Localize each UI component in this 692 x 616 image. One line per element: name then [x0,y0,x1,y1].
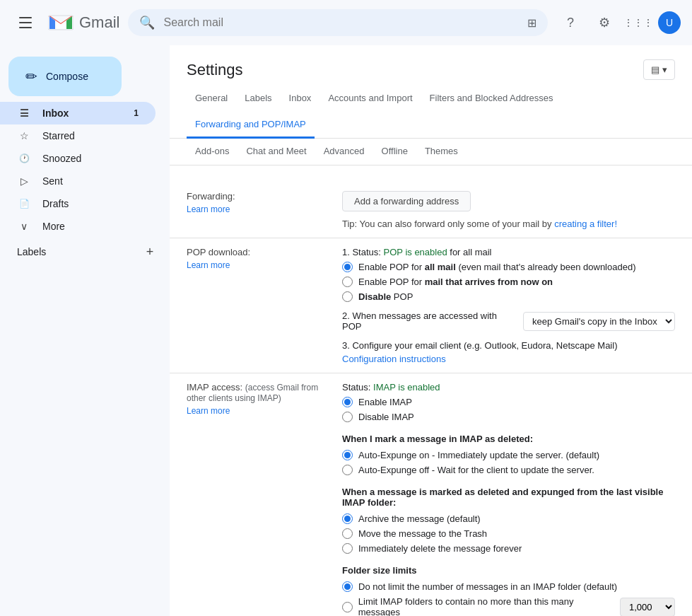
pop-all-mail-option[interactable]: Enable POP for all mail (even mail that'… [342,262,675,272]
imap-trash-radio[interactable] [342,528,353,539]
app-container: Gmail 🔍 ⊞ ? ⚙ ⋮⋮⋮ U ✏ Compose ☰ Inbox 1 [0,0,692,616]
gmail-logo-icon [48,13,74,32]
hamburger-icon [19,17,32,28]
imap-deleted-section: When I mark a message in IMAP as deleted… [342,434,675,475]
pop-status: 1. Status: POP is enabled for all mail [342,247,675,257]
add-label-button[interactable]: + [141,243,158,260]
limit-select[interactable]: 1,000 2,000 5,000 10,000 [620,598,675,617]
pop-from-now-radio[interactable] [342,277,353,287]
tab-chat[interactable]: Chat and Meet [237,139,315,165]
tab-offline[interactable]: Offline [373,139,416,165]
imap-delete-forever-option[interactable]: Immediately delete the message forever [342,543,675,554]
tab-filters[interactable]: Filters and Blocked Addresses [421,86,562,112]
imap-delete-forever-radio[interactable] [342,543,353,554]
sidebar-item-sent[interactable]: ▷ Sent [0,170,156,192]
tab-labels[interactable]: Labels [236,86,280,112]
pop-when-row: 2. When messages are accessed with POP k… [342,310,675,332]
avatar[interactable]: U [658,11,681,34]
pop-from-now-option[interactable]: Enable POP for mail that arrives from no… [342,277,675,287]
compose-label: Compose [46,71,88,82]
limit-radio[interactable] [342,602,353,612]
folder-options: Do not limit the number of messages in a… [342,581,675,616]
density-button[interactable]: ▤ ▾ [643,59,675,80]
sidebar-item-snoozed-label: Snoozed [42,153,139,164]
tab-forwarding[interactable]: Forwarding and POP/IMAP [187,112,315,139]
sidebar-item-inbox[interactable]: ☰ Inbox 1 [0,102,156,124]
imap-status: Status: IMAP is enabled [342,382,675,393]
sidebar-item-starred[interactable]: ☆ Starred [0,124,156,147]
limit-option[interactable]: Limit IMAP folders to contain no more th… [342,596,675,616]
header: Gmail 🔍 ⊞ ? ⚙ ⋮⋮⋮ U [0,0,692,45]
search-icon: 🔍 [139,15,155,30]
imap-disable-option[interactable]: Disable IMAP [342,412,675,422]
imap-top: IMAP access: (access Gmail from other cl… [187,382,675,616]
compose-button[interactable]: ✏ Compose [8,57,122,96]
pop-learn-more[interactable]: Learn more [187,260,331,270]
pop-section: POP download: Learn more 1. Status: POP … [170,238,692,373]
tab-accounts[interactable]: Accounts and Import [319,86,421,112]
search-input[interactable] [163,16,519,29]
pop-disable-option[interactable]: Disable POP [342,291,675,302]
inbox-badge: 1 [134,108,139,118]
no-limit-option[interactable]: Do not limit the number of messages in a… [342,581,675,592]
imap-enable-radio[interactable] [342,397,353,407]
settings-body: Forwarding: Learn more Add a forwarding … [170,165,692,616]
imap-expunged-label: When a message is marked as deleted and … [342,487,675,508]
search-options-icon[interactable]: ⊞ [527,16,536,30]
labels-header: Labels + [0,238,170,263]
imap-expunge-on-radio[interactable] [342,450,353,460]
more-icon: ∨ [17,221,31,232]
add-forwarding-button[interactable]: Add a forwarding address [342,191,471,211]
drafts-icon: 📄 [17,199,31,209]
logo[interactable]: Gmail [48,13,119,32]
main: ✏ Compose ☰ Inbox 1 ☆ Starred 🕐 Snoozed … [0,45,692,616]
sidebar: ✏ Compose ☰ Inbox 1 ☆ Starred 🕐 Snoozed … [0,45,170,616]
tab-addons[interactable]: Add-ons [187,139,237,165]
pop-content: 1. Status: POP is enabled for all mail E… [342,247,675,364]
imap-enable-options: Enable IMAP Disable IMAP [342,397,675,422]
imap-trash-option[interactable]: Move the message to the Trash [342,528,675,539]
creating-filter-link[interactable]: creating a filter! [554,219,617,229]
forwarding-label: Forwarding: Learn more [187,191,342,229]
no-limit-radio[interactable] [342,581,353,592]
tab-advanced[interactable]: Advanced [315,139,373,165]
pop-all-mail-radio[interactable] [342,262,353,272]
pop-options: Enable POP for all mail (even mail that'… [342,262,675,302]
imap-learn-more[interactable]: Learn more [187,406,331,416]
tab-inbox[interactable]: Inbox [281,86,320,112]
imap-expunged-options: Archive the message (default) Move the m… [342,513,675,554]
imap-expunge-off-radio[interactable] [342,465,353,475]
compose-icon: ✏ [25,68,37,85]
page-title: Settings [187,61,243,79]
imap-expunge-on-option[interactable]: Auto-Expunge on - Immediately update the… [342,450,675,460]
imap-archive-radio[interactable] [342,513,353,524]
logo-text: Gmail [79,13,119,32]
pop-disable-radio[interactable] [342,291,353,302]
starred-icon: ☆ [17,130,31,141]
sent-icon: ▷ [17,175,31,187]
imap-label: IMAP access: (access Gmail from other cl… [187,382,342,616]
header-actions: ? ⚙ ⋮⋮⋮ U [556,8,681,37]
sidebar-item-drafts[interactable]: 📄 Drafts [0,192,156,215]
pop-config-link[interactable]: Configuration instructions [342,354,675,364]
forwarding-tip: Tip: You can also forward only some of y… [342,219,675,229]
apps-button[interactable]: ⋮⋮⋮ [624,8,652,37]
tab-themes[interactable]: Themes [416,139,467,165]
imap-disable-radio[interactable] [342,412,353,422]
settings-button[interactable]: ⚙ [590,8,618,37]
forwarding-learn-more[interactable]: Learn more [187,204,331,214]
pop-status-value: POP is enabled [384,247,447,257]
forwarding-section: Forwarding: Learn more Add a forwarding … [170,182,692,238]
sidebar-item-more[interactable]: ∨ More [0,215,156,238]
sidebar-item-sent-label: Sent [42,175,139,187]
pop-when-select[interactable]: keep Gmail's copy in the Inbox archive G… [523,312,675,331]
density-chevron-icon: ▾ [662,64,667,75]
imap-archive-option[interactable]: Archive the message (default) [342,513,675,524]
imap-expunge-off-option[interactable]: Auto-Expunge off - Wait for the client t… [342,465,675,475]
tab-general[interactable]: General [187,86,236,112]
imap-enable-option[interactable]: Enable IMAP [342,397,675,407]
menu-button[interactable] [11,8,40,37]
help-button[interactable]: ? [556,8,585,37]
sidebar-item-snoozed[interactable]: 🕐 Snoozed [0,147,156,170]
sidebar-item-more-label: More [42,221,139,232]
